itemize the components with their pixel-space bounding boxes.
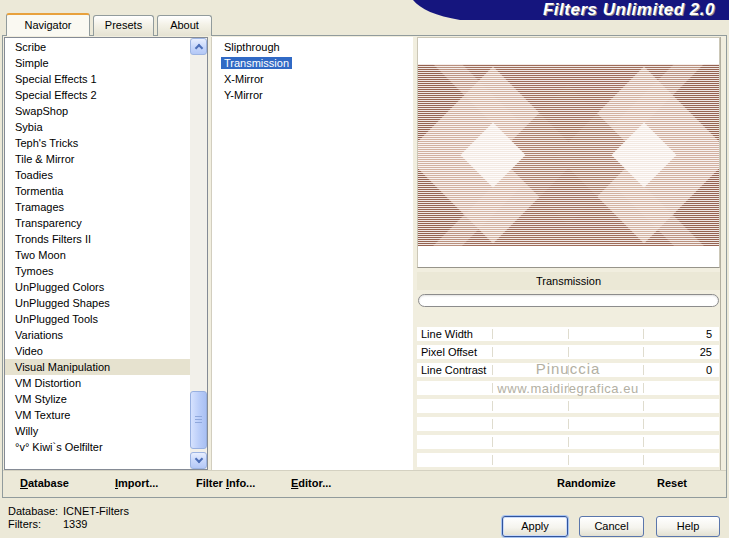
category-scrollbar[interactable] xyxy=(190,38,207,469)
category-list-item[interactable]: Tymoes xyxy=(5,263,190,279)
filter-list: SlipthroughTransmissionX-MirrorY-Mirror xyxy=(211,37,413,470)
category-list-item[interactable]: UnPlugged Tools xyxy=(5,311,190,327)
category-list-item[interactable]: Tile & Mirror xyxy=(5,151,190,167)
apply-button[interactable]: Apply xyxy=(502,516,568,537)
filter-name-caption: Transmission xyxy=(417,272,720,290)
filter-list-item[interactable]: Y-Mirror xyxy=(212,87,413,103)
param-value: 5 xyxy=(706,327,719,341)
status-filters-label: Filters: xyxy=(8,518,63,530)
category-list: ScribeSimpleSpecial Effects 1Special Eff… xyxy=(5,39,190,469)
progress-bar xyxy=(418,294,719,307)
editor-button[interactable]: Editor... xyxy=(291,477,331,489)
status-filters: Filters:1339 xyxy=(8,518,87,530)
chevron-up-icon xyxy=(195,44,203,52)
category-list-item[interactable]: Transparency xyxy=(5,215,190,231)
app-title: Filters Unlimited 2.0 xyxy=(543,0,715,20)
reset-button[interactable]: Reset xyxy=(657,477,687,489)
category-list-item[interactable]: UnPlugged Colors xyxy=(5,279,190,295)
preview-image xyxy=(418,64,719,246)
filter-list-item[interactable]: Transmission xyxy=(212,55,413,71)
param-label: Pixel Offset xyxy=(417,345,477,359)
category-list-item[interactable]: Tramages xyxy=(5,199,190,215)
category-list-item[interactable]: Tronds Filters II xyxy=(5,231,190,247)
slider-row-empty xyxy=(417,453,719,467)
status-database: Database:ICNET-Filters xyxy=(8,505,129,517)
param-value: 25 xyxy=(700,345,719,359)
database-button[interactable]: Database xyxy=(20,477,69,489)
category-list-item[interactable]: Video xyxy=(5,343,190,359)
cancel-button[interactable]: Cancel xyxy=(579,516,644,537)
category-list-item[interactable]: °v° Kiwi`s Oelfilter xyxy=(5,439,190,455)
category-list-item[interactable]: Special Effects 2 xyxy=(5,87,190,103)
slider-row-empty xyxy=(417,435,719,449)
filter-info-button[interactable]: Filter Info... xyxy=(196,477,255,489)
status-database-label: Database: xyxy=(8,505,63,517)
help-button[interactable]: Help xyxy=(656,516,720,537)
command-bar: Database Import... Filter Info... Editor… xyxy=(3,470,726,497)
slider-row-empty xyxy=(417,399,719,413)
import-button[interactable]: Import... xyxy=(115,477,158,489)
tab-presets[interactable]: Presets xyxy=(93,15,154,36)
param-label: Line Width xyxy=(417,327,473,341)
watermark-url: www.maidiregrafica.eu xyxy=(417,381,719,396)
preview-box xyxy=(417,37,720,268)
status-database-value: ICNET-Filters xyxy=(63,505,129,517)
category-list-item[interactable]: Variations xyxy=(5,327,190,343)
filter-list-item[interactable]: Slipthrough xyxy=(212,39,413,55)
slider-line-width[interactable]: Line Width 5 xyxy=(417,327,719,341)
category-list-item[interactable]: VM Stylize xyxy=(5,391,190,407)
watermark-text: Pinuccia xyxy=(417,360,719,377)
title-banner: Filters Unlimited 2.0 xyxy=(400,0,729,20)
category-list-item[interactable]: Willy xyxy=(5,423,190,439)
status-filters-value: 1339 xyxy=(63,518,87,530)
chevron-down-icon xyxy=(195,455,203,463)
category-list-item[interactable]: SwapShop xyxy=(5,103,190,119)
category-list-item[interactable]: Special Effects 1 xyxy=(5,71,190,87)
category-list-box: ScribeSimpleSpecial Effects 1Special Eff… xyxy=(4,37,208,470)
category-list-item[interactable]: Scribe xyxy=(5,39,190,55)
category-list-item[interactable]: Toadies xyxy=(5,167,190,183)
slider-row-empty xyxy=(417,417,719,431)
pattern-scanlines xyxy=(418,64,719,246)
category-list-item[interactable]: Tormentia xyxy=(5,183,190,199)
category-list-item[interactable]: Two Moon xyxy=(5,247,190,263)
scroll-up-button[interactable] xyxy=(190,38,207,55)
slider-pixel-offset[interactable]: Pixel Offset 25 xyxy=(417,345,719,359)
scrollbar-thumb[interactable] xyxy=(190,391,207,449)
filters-unlimited-dialog: { "banner": { "title": "Filters Unlimite… xyxy=(0,0,729,538)
scroll-down-button[interactable] xyxy=(190,452,207,469)
category-list-item[interactable]: Sybia xyxy=(5,119,190,135)
panel-right-divider xyxy=(720,37,721,470)
category-list-item[interactable]: VM Distortion xyxy=(5,375,190,391)
randomize-button[interactable]: Randomize xyxy=(557,477,616,489)
tab-navigator[interactable]: Navigator xyxy=(6,13,90,36)
category-list-item[interactable]: UnPlugged Shapes xyxy=(5,295,190,311)
category-list-item[interactable]: Teph's Tricks xyxy=(5,135,190,151)
category-list-item[interactable]: Simple xyxy=(5,55,190,71)
category-list-item[interactable]: Visual Manipulation xyxy=(5,359,190,375)
filter-list-item[interactable]: X-Mirror xyxy=(212,71,413,87)
category-list-item[interactable]: VM Texture xyxy=(5,407,190,423)
tab-about[interactable]: About xyxy=(157,15,212,36)
